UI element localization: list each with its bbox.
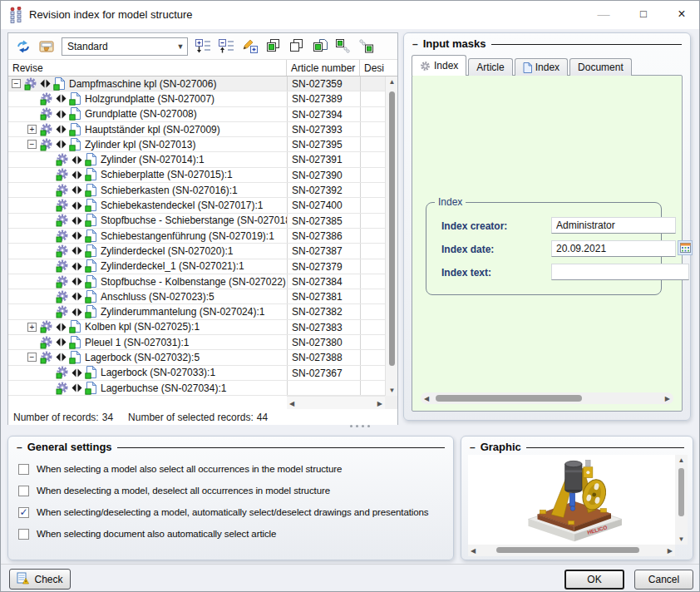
checkbox[interactable] (18, 464, 29, 475)
expander-icon[interactable]: + (27, 125, 37, 134)
scroll-left-icon[interactable]: ◀ (471, 547, 476, 555)
calendar-icon[interactable] (678, 240, 693, 255)
graphic-horizontal-scrollbar[interactable]: ◀ ▶ (468, 545, 675, 556)
index-text-field[interactable] (551, 264, 689, 280)
splitter-handle[interactable] (350, 425, 370, 427)
table-row[interactable]: Stopfbuchse - Schieberstange (SN-027018)… (8, 214, 397, 229)
deselect-all-models-icon[interactable] (288, 39, 304, 54)
scroll-left-icon[interactable]: ◀ (289, 400, 294, 407)
mask-horizontal-scrollbar[interactable]: ◀ ▶ (421, 392, 673, 404)
checkbox[interactable] (18, 529, 29, 540)
table-row[interactable]: Pleuel 1 (SN-027031):1 SN-027380 (8, 335, 397, 350)
table-row[interactable]: Schiebestangenführung (SN-027019):1 SN-0… (8, 229, 397, 244)
table-row[interactable]: Schieberkasten (SN-027016):1 SN-027392 (8, 183, 397, 198)
chevron-down-icon[interactable]: ▼ (174, 42, 187, 51)
column-header-article-number[interactable]: Article number (287, 60, 360, 76)
table-row[interactable]: Stopfbuchse - Kolbenstange (SN-027022) S… (8, 274, 397, 289)
scroll-right-icon[interactable]: ▶ (377, 400, 382, 407)
expander-icon[interactable]: − (27, 140, 37, 149)
table-row[interactable]: Lagerbock (SN-027033):1 SN-027367 (8, 366, 397, 381)
check-button-label: Check (34, 574, 62, 585)
panel-title: Graphic (481, 441, 521, 453)
tree-cell: Schieberplatte (SN-027015):1 (8, 168, 287, 182)
scroll-right-icon[interactable]: ▶ (665, 395, 670, 402)
tab-article[interactable]: Article (468, 58, 512, 76)
scroll-down-icon[interactable]: ▼ (675, 535, 688, 543)
table-row[interactable]: Schiebekastendeckel (SN-027017):1 SN-027… (8, 198, 397, 213)
checkbox[interactable]: ✓ (18, 507, 29, 518)
tab-index[interactable]: Index (412, 55, 466, 76)
index-creator-field[interactable] (551, 217, 676, 234)
select-model-links-icon[interactable] (335, 39, 351, 54)
cancel-button[interactable]: Cancel (634, 570, 693, 590)
gear-model-icon (56, 153, 69, 166)
expander-icon[interactable]: − (27, 353, 37, 362)
table-row[interactable]: + (8, 320, 397, 335)
occurrence-arrows-icon (56, 94, 67, 103)
tab-document[interactable]: Document (569, 58, 632, 76)
scrollbar-thumb[interactable] (496, 547, 639, 553)
tree-vertical-scrollbar[interactable]: ▲ ▼ (385, 76, 397, 396)
table-row[interactable]: Zylinderummantelung (SN-027024):1 SN-027… (8, 304, 397, 319)
occurrence-arrows-icon (71, 155, 82, 165)
checkbox[interactable] (18, 486, 29, 496)
expander-icon[interactable]: − (12, 79, 21, 88)
occurrence-arrows-icon (71, 216, 82, 225)
select-all-models-icon[interactable] (265, 39, 281, 54)
scroll-down-icon[interactable]: ▼ (386, 387, 398, 394)
expand-all-icon[interactable] (195, 39, 211, 54)
column-header-designation[interactable]: Desi (360, 60, 397, 76)
scroll-up-icon[interactable]: ▲ (386, 78, 398, 86)
collapse-all-icon[interactable] (219, 39, 234, 54)
table-row[interactable]: − (8, 350, 397, 365)
table-row[interactable]: Zylinderdeckel (SN-027020):1 SN-027387 (8, 244, 397, 259)
expander-icon[interactable]: + (27, 323, 37, 332)
scroll-right-icon[interactable]: ▶ (668, 547, 673, 555)
select-all-documents-icon[interactable] (312, 39, 328, 54)
edit-new-index-icon[interactable] (242, 39, 258, 54)
table-row[interactable]: − (8, 76, 397, 91)
scrollbar-thumb[interactable] (436, 395, 582, 402)
select-document-links-icon[interactable] (358, 39, 374, 54)
article-cell: SN-027395 (287, 137, 360, 151)
table-row[interactable]: − (8, 137, 397, 152)
tree-horizontal-scrollbar[interactable]: ◀ ▶ (287, 396, 385, 409)
table-row[interactable]: Schieberplatte (SN-027015):1 SN-027390 (8, 168, 397, 183)
table-row[interactable]: Lagerbuchse (SN-027034):1 (8, 381, 397, 396)
refresh-icon[interactable] (15, 39, 31, 54)
tab-index[interactable]: Index (515, 58, 568, 76)
indent (12, 114, 27, 115)
indent (12, 220, 43, 221)
scrollbar-thumb[interactable] (389, 91, 395, 366)
table-row[interactable]: Zylinderdeckel_1 (SN-027021):1 SN-027379 (8, 259, 397, 274)
article-cell: SN-027388 (287, 350, 360, 364)
scrollbar-thumb[interactable] (678, 468, 684, 516)
document-model-icon (69, 336, 81, 349)
selected-records-value: 44 (257, 412, 268, 423)
table-row[interactable]: Holzgrundplatte (SN-027007) SN-027389 (8, 91, 397, 106)
indent (12, 327, 27, 328)
tree-cell: Schiebestangenführung (SN-027019):1 (8, 229, 287, 243)
ok-button[interactable]: OK (564, 570, 624, 590)
article-cell: SN-027359 (287, 76, 360, 91)
close-button[interactable]: × (668, 1, 696, 29)
table-row[interactable]: Grundplatte (SN-027008) SN-027394 (8, 107, 397, 122)
scroll-up-icon[interactable]: ▲ (675, 456, 688, 464)
row-label: Stopfbuchse - Schieberstange (SN-027018)… (99, 215, 287, 226)
structure-config-combobox[interactable]: Standard ▼ (62, 37, 188, 56)
indent (12, 190, 43, 190)
maximize-button[interactable]: □ (629, 1, 658, 29)
table-row[interactable]: Zylinder (SN-027014):1 SN-027391 (8, 152, 397, 167)
open-structure-window-icon[interactable] (38, 39, 54, 54)
table-row[interactable]: Anschluss (SN-027023):5 SN-027381 (8, 289, 397, 304)
index-date-field[interactable] (551, 240, 676, 257)
graphic-vertical-scrollbar[interactable]: ▲ ▼ (675, 455, 688, 545)
collapse-glyph[interactable]: – (470, 442, 476, 453)
indent (12, 98, 27, 99)
column-header-revise[interactable]: Revise (8, 60, 287, 76)
table-row[interactable]: + (8, 122, 397, 137)
collapse-glyph[interactable]: – (17, 442, 22, 453)
scroll-left-icon[interactable]: ◀ (424, 395, 429, 402)
check-button[interactable]: Check (9, 569, 71, 590)
collapse-glyph[interactable]: – (412, 38, 418, 50)
